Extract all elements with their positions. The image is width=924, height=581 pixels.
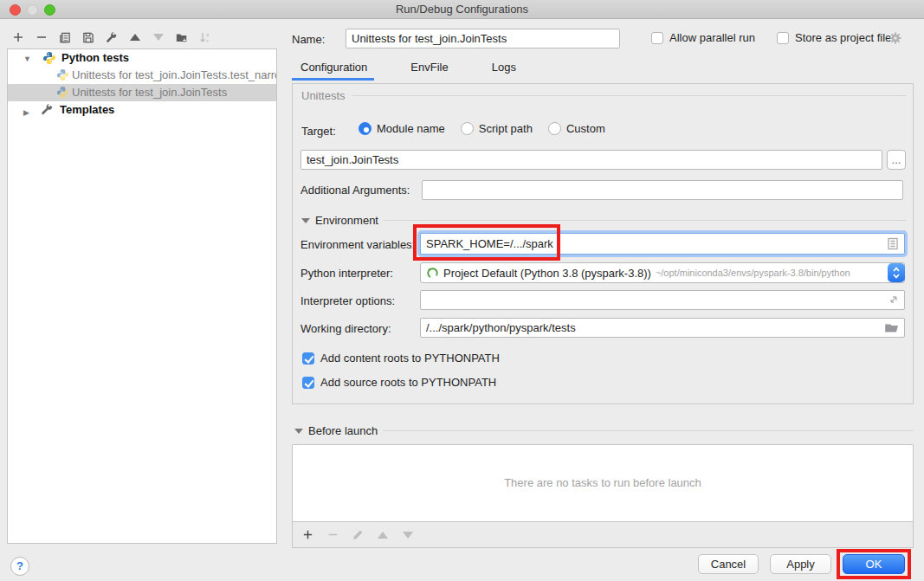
python-test-icon xyxy=(56,86,70,100)
interpreter-options-label: Interpreter options: xyxy=(300,294,395,307)
environment-variables-input[interactable] xyxy=(420,233,905,255)
checkbox-checked-icon[interactable] xyxy=(302,377,314,389)
add-source-roots-checkbox[interactable]: Add source roots to PYTHONPATH xyxy=(302,376,496,389)
run-debug-configurations-dialog: Run/Debug Configurations az ▼ Python tes… xyxy=(0,0,924,581)
dropdown-stepper-icon[interactable] xyxy=(888,263,905,282)
configurations-toolbar: az xyxy=(12,28,211,47)
environment-variables-label: Environment variables: xyxy=(300,238,415,251)
active-tab-indicator xyxy=(292,78,374,81)
title-bar: Run/Debug Configurations xyxy=(0,0,924,19)
configurations-tree: ▼ Python tests Unittests for test_join.J… xyxy=(7,48,277,544)
radio-label: Script path xyxy=(479,122,533,135)
tree-item-jointests-selected[interactable]: Unittests for test_join.JoinTests xyxy=(8,84,276,101)
radio-icon[interactable] xyxy=(359,122,372,135)
folder-icon[interactable] xyxy=(885,321,899,335)
add-icon[interactable] xyxy=(12,30,24,44)
tree-item-templates[interactable]: ▶ Templates xyxy=(8,101,276,119)
configuration-panel: Unittests Target: Module name Script pat… xyxy=(292,83,914,404)
collapse-triangle-icon[interactable] xyxy=(301,218,310,223)
target-label: Target: xyxy=(301,125,336,138)
radio-script-path[interactable]: Script path xyxy=(461,122,533,135)
environment-section-header[interactable]: Environment xyxy=(301,214,906,227)
python-logo-icon xyxy=(42,51,56,65)
tree-item-python-tests[interactable]: ▼ Python tests xyxy=(8,49,276,67)
radio-icon[interactable] xyxy=(461,122,474,135)
before-launch-header[interactable]: Before launch xyxy=(294,424,914,437)
additional-arguments-input[interactable] xyxy=(422,180,903,200)
add-task-icon[interactable] xyxy=(301,528,313,542)
allow-parallel-run-label: Allow parallel run xyxy=(669,31,755,44)
before-launch-toolbar xyxy=(292,522,914,548)
python-interpreter-value: Project Default (Python 3.8 (pyspark-3.8… xyxy=(443,267,651,280)
divider xyxy=(384,220,906,221)
help-button[interactable]: ? xyxy=(10,557,29,576)
divider xyxy=(383,430,914,431)
tree-item-label: Templates xyxy=(60,101,114,119)
python-interpreter-path: ~/opt/miniconda3/envs/pyspark-3.8/bin/py… xyxy=(656,268,850,278)
tree-item-label: Unittests for test_join.JoinTests.test_n… xyxy=(72,67,277,84)
radio-label: Custom xyxy=(566,122,605,135)
python-interpreter-label: Python interpreter: xyxy=(300,267,393,280)
move-task-up-icon xyxy=(377,528,389,542)
interpreter-options-input[interactable] xyxy=(420,290,905,310)
tab-envfile[interactable]: EnvFile xyxy=(402,59,456,75)
working-directory-input[interactable] xyxy=(420,318,905,338)
name-input[interactable] xyxy=(346,29,620,48)
before-launch-task-list: There are no tasks to run before launch xyxy=(292,444,914,522)
move-task-down-icon xyxy=(402,528,414,542)
tree-collapse-icon[interactable]: ▼ xyxy=(23,50,31,68)
list-editor-icon[interactable] xyxy=(887,237,901,251)
cancel-button[interactable]: Cancel xyxy=(698,554,759,574)
before-launch-empty-text: There are no tasks to run before launch xyxy=(293,476,913,489)
expand-field-icon[interactable] xyxy=(888,294,901,307)
tab-configuration[interactable]: Configuration xyxy=(292,59,376,75)
name-label: Name: xyxy=(292,33,325,46)
target-radio-group: Module name Script path Custom xyxy=(359,122,605,135)
edit-templates-wrench-icon[interactable] xyxy=(106,30,118,44)
remove-icon[interactable] xyxy=(36,30,48,44)
templates-wrench-icon xyxy=(41,103,55,117)
tab-logs[interactable]: Logs xyxy=(483,59,525,75)
tree-item-label: Unittests for test_join.JoinTests xyxy=(72,84,227,101)
python-test-icon xyxy=(56,68,70,82)
python-interpreter-select[interactable]: Project Default (Python 3.8 (pyspark-3.8… xyxy=(420,262,905,283)
unittests-group-label: Unittests xyxy=(301,89,346,102)
save-icon[interactable] xyxy=(82,30,94,44)
before-launch-label: Before launch xyxy=(308,424,378,437)
gear-icon[interactable] xyxy=(888,31,902,45)
copy-icon[interactable] xyxy=(59,30,71,44)
collapse-triangle-icon[interactable] xyxy=(294,429,303,434)
store-as-project-file-label: Store as project file xyxy=(795,31,891,44)
move-down-icon xyxy=(152,30,165,44)
target-input[interactable] xyxy=(300,150,882,170)
tree-item-test-narrow[interactable]: Unittests for test_join.JoinTests.test_n… xyxy=(8,67,276,84)
allow-parallel-run-checkbox[interactable]: Allow parallel run xyxy=(651,31,755,44)
svg-text:z: z xyxy=(206,38,209,43)
apply-button[interactable]: Apply xyxy=(770,554,831,574)
unittests-group-header: Unittests xyxy=(301,89,906,102)
conda-env-icon xyxy=(426,267,439,280)
add-content-roots-checkbox[interactable]: Add content roots to PYTHONPATH xyxy=(302,352,500,365)
add-content-roots-label: Add content roots to PYTHONPATH xyxy=(320,352,500,365)
checkbox-icon[interactable] xyxy=(777,32,789,44)
radio-icon[interactable] xyxy=(548,122,561,135)
checkbox-icon[interactable] xyxy=(651,32,663,44)
sort-alphabetically-icon: az xyxy=(199,30,211,44)
new-folder-icon[interactable] xyxy=(176,30,188,44)
radio-module-name[interactable]: Module name xyxy=(359,122,445,135)
move-up-icon[interactable] xyxy=(129,30,141,44)
add-source-roots-label: Add source roots to PYTHONPATH xyxy=(320,376,496,389)
checkbox-checked-icon[interactable] xyxy=(302,352,314,365)
working-directory-label: Working directory: xyxy=(300,322,391,335)
radio-custom[interactable]: Custom xyxy=(548,122,605,135)
edit-task-pencil-icon xyxy=(352,528,364,542)
tree-expand-icon[interactable]: ▶ xyxy=(23,104,29,121)
additional-arguments-label: Additional Arguments: xyxy=(300,184,410,197)
ok-button[interactable]: OK xyxy=(843,554,905,574)
environment-header-label: Environment xyxy=(315,214,378,227)
svg-text:a: a xyxy=(206,32,210,37)
store-as-project-file-checkbox[interactable]: Store as project file xyxy=(777,31,891,44)
browse-button[interactable]: ... xyxy=(887,150,906,170)
tree-item-label: Python tests xyxy=(61,49,129,67)
remove-task-icon xyxy=(326,528,339,542)
